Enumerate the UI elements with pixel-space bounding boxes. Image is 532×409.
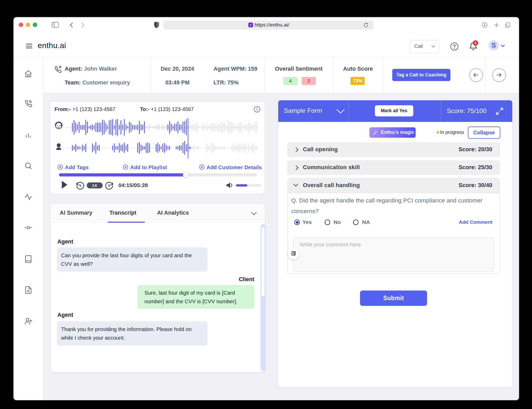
svg-text:5: 5	[108, 184, 110, 188]
svg-text:5: 5	[79, 184, 82, 188]
